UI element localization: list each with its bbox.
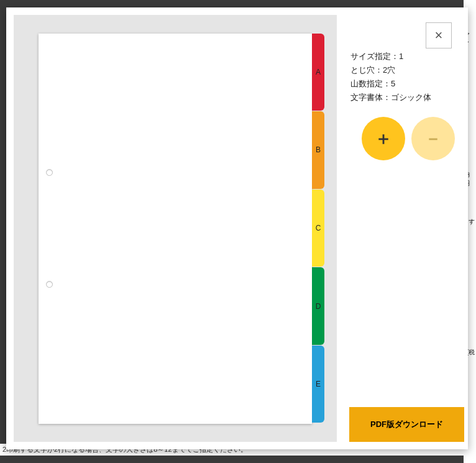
- spec-label: サイズ指定：: [350, 52, 399, 61]
- download-label: PDF版ダウンロード: [370, 419, 443, 429]
- spec-font: 文字書体：ゴシック体: [350, 91, 431, 104]
- zoom-in-button[interactable]: ＋: [362, 117, 405, 160]
- tab-label: A: [316, 68, 321, 76]
- tab-label: D: [316, 302, 321, 311]
- spec-holes: とじ穴：2穴: [350, 63, 431, 77]
- preview-canvas: A B C D E: [14, 15, 337, 442]
- spec-value: 1: [399, 52, 403, 61]
- spec-value: ゴシック体: [391, 93, 431, 102]
- tab-e: E: [312, 346, 324, 423]
- spec-size: サイズ指定：1: [350, 50, 431, 63]
- bg-label-mid2: す: [469, 218, 475, 226]
- spec-label: とじ穴：: [350, 65, 383, 75]
- close-button[interactable]: ×: [426, 22, 452, 48]
- tab-label: B: [316, 145, 321, 154]
- punch-hole-icon: [46, 281, 53, 288]
- tab-a: A: [312, 34, 324, 111]
- plus-icon: ＋: [375, 127, 392, 150]
- tab-d: D: [312, 267, 324, 345]
- tab-label: E: [316, 380, 321, 388]
- tab-b: B: [312, 111, 324, 189]
- punch-hole-icon: [46, 169, 53, 176]
- close-icon: ×: [435, 27, 443, 44]
- spec-value: 2穴: [383, 65, 395, 75]
- zoom-controls: ＋ －: [362, 117, 455, 160]
- tab-c: C: [312, 190, 324, 267]
- spec-label: 山数指定：: [350, 79, 391, 88]
- spec-info: サイズ指定：1 とじ穴：2穴 山数指定：5 文字書体：ゴシック体: [350, 50, 431, 104]
- index-tabs: A B C D E: [312, 34, 324, 424]
- minus-icon: －: [424, 127, 442, 150]
- zoom-out-button[interactable]: －: [411, 117, 455, 160]
- spec-tabs: 山数指定：5: [350, 77, 431, 91]
- tab-label: C: [316, 224, 321, 232]
- spec-label: 文字書体：: [350, 93, 391, 102]
- spec-value: 5: [391, 79, 395, 88]
- preview-modal: × A B C D E サイズ指定：1 とじ穴：2穴 山数指定：5 文字書体：ゴ…: [6, 7, 468, 449]
- pdf-download-button[interactable]: PDF版ダウンロード: [349, 407, 464, 442]
- index-paper-preview: A B C D E: [39, 34, 312, 424]
